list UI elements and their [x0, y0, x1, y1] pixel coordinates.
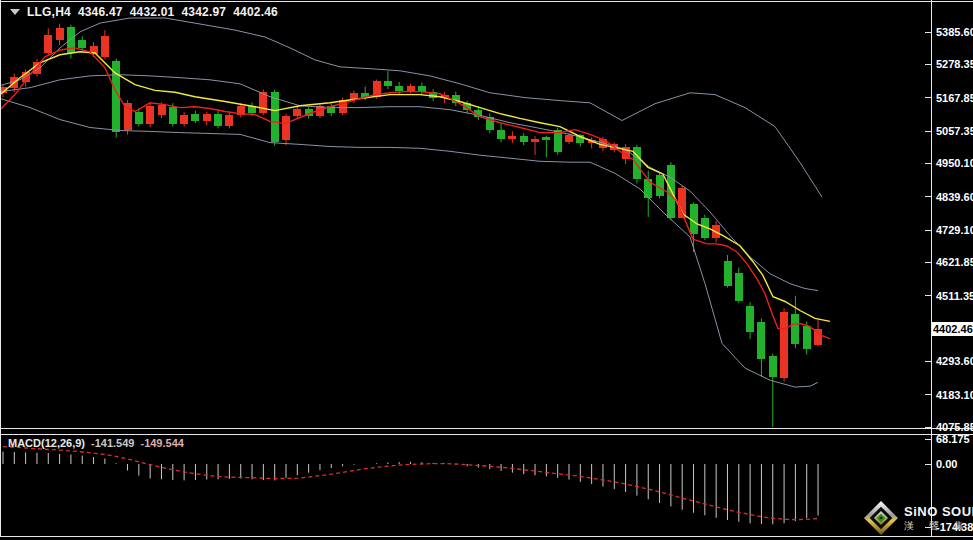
- macd-signal-line: [3, 447, 818, 520]
- candle-body: [78, 40, 86, 47]
- macd-axis-label: 68.175: [936, 433, 973, 445]
- price-axis-label: 5057.35: [936, 125, 973, 137]
- candle-body: [135, 112, 143, 125]
- price-axis-label: 4729.10: [936, 224, 973, 236]
- candle-body: [191, 114, 199, 121]
- close-value: 4402.46: [233, 5, 278, 19]
- sino-sound-diamond-icon: [862, 499, 900, 537]
- price-axis-label: 5167.85: [936, 92, 973, 104]
- candle-body: [282, 116, 290, 141]
- candle-body: [508, 136, 516, 139]
- candle-body: [780, 312, 788, 378]
- high-value: 4432.01: [130, 5, 175, 19]
- candle-body: [520, 136, 528, 142]
- price-axis-label: 4511.35: [936, 290, 973, 302]
- candle-body: [497, 130, 505, 139]
- brand-name: SiNO SOUND: [904, 505, 973, 518]
- macd-label: MACD(12,26,9): [8, 437, 85, 449]
- candle-body: [757, 322, 765, 359]
- candle-body: [180, 115, 188, 124]
- moving-average-fast-line: [0, 48, 830, 339]
- bollinger-middle-line: [0, 75, 818, 291]
- candle-body: [407, 86, 415, 91]
- candle-body: [735, 273, 743, 301]
- candle-body: [803, 326, 811, 350]
- bollinger-lower-line: [0, 99, 818, 388]
- price-axis-label: 4950.10: [936, 157, 973, 169]
- candlestick-chart-canvas[interactable]: [0, 0, 973, 540]
- candle-body: [565, 135, 573, 142]
- price-axis-label: 5278.35: [936, 58, 973, 70]
- bollinger-upper-line: [0, 18, 822, 197]
- macd-indicator-readout: MACD(12,26,9)-141.549-149.544: [8, 437, 184, 449]
- candle-body: [531, 139, 539, 142]
- candle-body: [101, 36, 109, 58]
- trading-chart-window: LLG,H44346.474432.014342.974402.46 5385.…: [0, 0, 973, 540]
- macd-axis-label: 0.00: [936, 458, 973, 470]
- brand-name-chinese: 漢 聲 集 團: [904, 520, 973, 532]
- candle-body: [158, 105, 166, 115]
- candle-body: [56, 28, 64, 40]
- candle-body: [146, 106, 154, 124]
- price-axis-label: 4293.60: [936, 355, 973, 367]
- candle-body: [746, 306, 754, 333]
- candle-body: [169, 107, 177, 124]
- price-axis-label: 4621.85: [936, 256, 973, 268]
- macd-main-value: -141.549: [91, 437, 134, 449]
- candle-body: [384, 81, 392, 86]
- candle-body: [542, 137, 550, 140]
- candle-body: [293, 109, 301, 116]
- candle-body: [395, 86, 403, 91]
- symbol-ohlc-readout: LLG,H44346.474432.014342.974402.46: [27, 5, 285, 19]
- candle-body: [44, 35, 52, 53]
- candle-body: [769, 356, 777, 376]
- low-value: 4342.97: [181, 5, 226, 19]
- candle-body: [214, 114, 222, 126]
- price-axis-label: 4839.60: [936, 191, 973, 203]
- current-price-badge: 4402.46: [932, 322, 973, 336]
- candle-body: [724, 261, 732, 285]
- price-axis-label: 4183.10: [936, 389, 973, 401]
- macd-signal-value: -149.544: [140, 437, 183, 449]
- candle-body: [203, 114, 211, 121]
- price-axis-label: 5385.60: [936, 26, 973, 38]
- symbol-label: LLG,H4: [27, 5, 71, 19]
- price-axis-label: 4075.85: [936, 421, 973, 433]
- candle-body: [633, 147, 641, 180]
- open-value: 4346.47: [78, 5, 123, 19]
- candle-body: [225, 115, 233, 126]
- candle-body: [554, 130, 562, 152]
- broker-watermark: SiNO SOUND 漢 聲 集 團: [862, 499, 973, 537]
- chevron-down-icon[interactable]: [10, 9, 20, 15]
- candle-body: [791, 314, 799, 345]
